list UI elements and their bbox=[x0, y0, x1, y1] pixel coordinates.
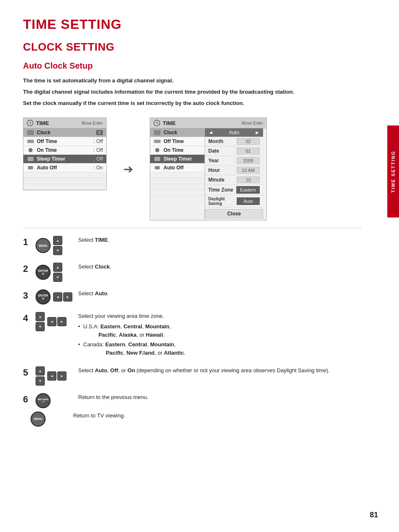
submenu-row-hour: Hour 10 AM bbox=[205, 166, 263, 175]
submenu-row-year: Year 2009 bbox=[205, 156, 263, 166]
divider bbox=[23, 228, 362, 228]
svg-line-10 bbox=[157, 123, 158, 124]
submenu-label-hour: Hour bbox=[208, 167, 220, 173]
submenu-value-month: 02 bbox=[237, 138, 260, 145]
menu-left: TIME Move Enter Clock ⊙ Off Time : Off O… bbox=[23, 118, 107, 190]
submenu-label-timezone: Time Zone bbox=[208, 187, 233, 193]
step-menu: MENU Return to TV viewing. bbox=[31, 412, 362, 427]
step-6: 6 RETURN↩ Return to the previous menu. bbox=[23, 393, 362, 408]
submenu-row-daylight: DaylightSaving Auto bbox=[205, 195, 263, 207]
menu-right-row-clock: Clock bbox=[150, 128, 205, 137]
submenu-value-date: 01 bbox=[237, 148, 260, 154]
nav-right-step4[interactable]: ► bbox=[57, 317, 66, 326]
menu-icon-offtime bbox=[27, 138, 34, 144]
nav-ud-step1: ▲ ▼ bbox=[53, 236, 62, 255]
menu-right-label-offtime: Off Time bbox=[164, 138, 201, 144]
menu-left-value-offtime: : Off bbox=[94, 138, 103, 144]
nav-up-step1[interactable]: ▲ bbox=[53, 236, 62, 245]
menu-label-step1: MENU bbox=[39, 244, 48, 248]
submenu-auto-label: Auto bbox=[229, 130, 239, 136]
menu-left-header: TIME Move Enter bbox=[23, 118, 106, 128]
enter-button-step3[interactable]: ENTER⊙ bbox=[36, 289, 51, 304]
step-3-icons: ENTER⊙ ◄ ► bbox=[36, 289, 73, 304]
menu-icon-ontime bbox=[27, 147, 34, 153]
nav-up-step5[interactable]: ▲ bbox=[36, 366, 45, 376]
step-5-text: Select Auto, Off, or On (depending on wh… bbox=[78, 366, 362, 375]
step-4-bullet-canada: Canada: Eastern, Central, Mountain, Paci… bbox=[78, 340, 362, 357]
step-3: 3 ENTER⊙ ◄ ► Select Auto. bbox=[23, 289, 362, 304]
step-6-num: 6 bbox=[23, 395, 31, 404]
svg-rect-15 bbox=[155, 166, 160, 169]
section-title: CLOCK SETTING bbox=[23, 41, 362, 54]
submenu-value-timezone: Eastern bbox=[236, 186, 260, 194]
step-5-icons: ▲ ▼ ◄ ► bbox=[36, 366, 73, 386]
step-4-num: 4 bbox=[23, 314, 31, 323]
submenu-row-minute: Minute 10 bbox=[205, 175, 263, 185]
menu-right-nav: Move Enter bbox=[242, 121, 263, 125]
step-4-text: Select your viewing area time zone. U.S.… bbox=[78, 312, 362, 359]
menu-right: TIME Move Enter Clock Off Time bbox=[150, 118, 267, 220]
nav-lr-step5: ◄ ► bbox=[47, 371, 66, 381]
menu-right-row-offtime: Off Time bbox=[150, 137, 205, 146]
svg-rect-3 bbox=[27, 130, 34, 135]
nav-left-step4[interactable]: ◄ bbox=[47, 317, 56, 326]
step-2: 2 ENTER⊙ ▲ ▼ Select Clock. bbox=[23, 263, 362, 282]
submenu-label-daylight: DaylightSaving bbox=[208, 197, 225, 206]
step-4: 4 ▲ ▼ ◄ ► Select your viewing area time … bbox=[23, 312, 362, 359]
submenu-close-button[interactable]: Close bbox=[205, 209, 263, 218]
menu-left-label-offtime: Off Time bbox=[37, 138, 90, 144]
menu-left-label-ontime: On Time bbox=[37, 147, 90, 153]
step-1: 1 MENU ▲ ▼ Select TIME. bbox=[23, 236, 362, 255]
main-title: TIME SETTING bbox=[23, 17, 362, 32]
nav-up-step2[interactable]: ▲ bbox=[53, 263, 62, 272]
enter-label-step3: ENTER⊙ bbox=[38, 294, 48, 300]
step-menu-text: Return to TV viewing. bbox=[73, 412, 362, 420]
menu-icon-autooff bbox=[27, 165, 34, 171]
menu-button-return[interactable]: MENU bbox=[31, 412, 46, 427]
svg-rect-14 bbox=[154, 157, 160, 161]
menu-right-body: Clock Off Time On Time Sleep Timer bbox=[150, 128, 266, 220]
nav-up-step4[interactable]: ▲ bbox=[36, 312, 45, 321]
nav-left-step5[interactable]: ◄ bbox=[47, 371, 56, 381]
svg-rect-11 bbox=[154, 130, 161, 135]
return-button[interactable]: RETURN↩ bbox=[36, 393, 51, 408]
submenu-value-hour: 10 AM bbox=[237, 167, 260, 174]
sidebar-label: TIME SETTING bbox=[391, 151, 396, 193]
intro-line2: The digital channel signal includes info… bbox=[23, 88, 362, 97]
mr-icon-offtime bbox=[153, 138, 161, 144]
nav-down-step2[interactable]: ▼ bbox=[53, 273, 62, 282]
menu-left-value-autooff: : On bbox=[93, 165, 103, 171]
menu-left-label-sleep: Sleep Timer bbox=[37, 156, 90, 162]
menu-right-row-sleep: Sleep Timer bbox=[150, 155, 205, 164]
nav-down-step4[interactable]: ▼ bbox=[36, 322, 45, 331]
nav-right-step3[interactable]: ► bbox=[63, 292, 72, 302]
nav-down-step1[interactable]: ▼ bbox=[53, 246, 62, 255]
step-menu-icons: MENU bbox=[31, 412, 68, 427]
submenu-value-year: 2009 bbox=[237, 157, 260, 164]
menu-right-row-ontime: On Time bbox=[150, 146, 205, 155]
step-5-num: 5 bbox=[23, 368, 31, 377]
menu-right-label-sleep: Sleep Timer bbox=[164, 156, 201, 162]
svg-point-13 bbox=[155, 148, 159, 152]
menu-left-value-ontime: : Off bbox=[94, 147, 103, 153]
menu-button-step1[interactable]: MENU bbox=[36, 238, 51, 253]
enter-button-step2[interactable]: ENTER⊙ bbox=[36, 265, 51, 280]
submenu-label-date: Date bbox=[208, 148, 219, 154]
nav-ud-step5: ▲ ▼ bbox=[36, 366, 45, 386]
return-label: RETURN↩ bbox=[38, 398, 49, 404]
menu-left-row-clock: Clock ⊙ bbox=[23, 128, 106, 137]
nav-down-step5[interactable]: ▼ bbox=[36, 376, 45, 386]
submenu-label-month: Month bbox=[208, 138, 223, 144]
menu-left-label-autooff: Auto Off bbox=[37, 165, 90, 171]
nav-right-step5[interactable]: ► bbox=[57, 371, 66, 381]
nav-lr-step3: ◄ ► bbox=[53, 292, 72, 302]
svg-point-5 bbox=[28, 148, 33, 152]
nav-left-step3[interactable]: ◄ bbox=[53, 292, 62, 302]
step-2-icons: ENTER⊙ ▲ ▼ bbox=[36, 263, 73, 282]
menu-right-label-autooff: Auto Off bbox=[164, 165, 201, 171]
mr-icon-sleep bbox=[153, 156, 161, 162]
menu-left-enter: ⊙ bbox=[96, 130, 103, 135]
clock-icon-right bbox=[153, 120, 160, 126]
step-1-num: 1 bbox=[23, 238, 31, 247]
mr-icon-autooff bbox=[153, 165, 161, 171]
